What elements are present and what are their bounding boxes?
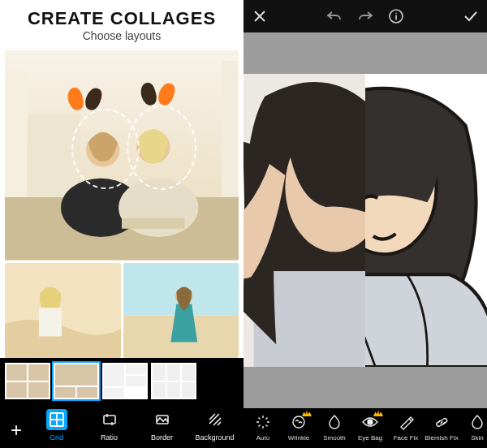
collage-cell-2[interactable] bbox=[5, 263, 121, 359]
info-button[interactable] bbox=[388, 8, 404, 24]
sticker-butterfly-1[interactable] bbox=[68, 88, 101, 116]
tool-wrinkle[interactable]: Wrinkle bbox=[281, 413, 317, 442]
grid-icon bbox=[46, 409, 67, 430]
background-icon bbox=[205, 409, 226, 430]
beautify-toolbar: Auto Wrinkle Smooth Eye Bag Face Fix bbox=[244, 408, 487, 448]
page-subtitle: Choose layouts bbox=[0, 29, 244, 42]
tool-label: Face Fix bbox=[394, 434, 419, 442]
collage-editor-pane: CREATE COLLAGES Choose layouts bbox=[0, 0, 244, 448]
tool-auto[interactable]: Auto bbox=[245, 413, 281, 442]
collage-photo-3 bbox=[123, 263, 239, 359]
tool-smooth[interactable]: Smooth bbox=[317, 413, 352, 442]
photo-cartoon-half bbox=[365, 74, 487, 367]
blemishfix-icon bbox=[433, 413, 450, 431]
tool-grid[interactable]: Grid bbox=[31, 409, 82, 442]
editor-canvas[interactable] bbox=[244, 32, 487, 408]
tool-blemishfix[interactable]: Blemish Fix bbox=[424, 413, 459, 442]
tool-label: Auto bbox=[256, 434, 269, 442]
tool-skin[interactable]: Skin bbox=[459, 413, 487, 442]
svg-point-26 bbox=[368, 420, 373, 424]
ratio-icon bbox=[99, 409, 120, 430]
layout-option-6grid[interactable] bbox=[151, 363, 196, 399]
skin-icon bbox=[468, 413, 486, 431]
apply-button[interactable] bbox=[463, 8, 479, 24]
add-button[interactable]: + bbox=[3, 419, 29, 442]
tool-label: Smooth bbox=[323, 434, 346, 442]
photo-original-half bbox=[244, 74, 365, 367]
layout-option-mixed[interactable] bbox=[102, 363, 148, 399]
tool-eyebag[interactable]: Eye Bag bbox=[352, 413, 388, 442]
page-title: CREATE COLLAGES bbox=[0, 8, 244, 29]
svg-rect-17 bbox=[104, 416, 115, 424]
tool-label: Ratio bbox=[101, 433, 118, 442]
collage-photo-2 bbox=[5, 263, 121, 359]
premium-crown-icon bbox=[373, 410, 383, 416]
collage-toolbar: + Grid Ratio Border Background bbox=[0, 404, 244, 448]
tool-label: Grid bbox=[50, 433, 63, 442]
collage-cell-main[interactable] bbox=[5, 50, 239, 261]
tool-ratio[interactable]: Ratio bbox=[84, 409, 135, 442]
tool-label: Border bbox=[151, 433, 173, 442]
smooth-icon bbox=[325, 413, 343, 431]
retouch-editor-pane: Auto Wrinkle Smooth Eye Bag Face Fix bbox=[244, 0, 487, 448]
layout-thumbnails bbox=[0, 358, 244, 404]
tool-label: Background bbox=[195, 433, 234, 442]
tool-facefix[interactable]: Face Fix bbox=[388, 413, 424, 442]
premium-crown-icon bbox=[302, 410, 312, 416]
redo-button[interactable] bbox=[357, 8, 373, 24]
svg-rect-9 bbox=[122, 218, 185, 229]
collage-header: CREATE COLLAGES Choose layouts bbox=[0, 0, 244, 47]
svg-rect-12 bbox=[39, 308, 62, 336]
sticker-butterfly-2[interactable] bbox=[141, 83, 174, 111]
svg-point-25 bbox=[293, 416, 304, 428]
tool-label: Wrinkle bbox=[288, 434, 310, 442]
collage-cell-3[interactable] bbox=[123, 263, 239, 359]
tool-background[interactable]: Background bbox=[189, 409, 240, 442]
auto-icon bbox=[254, 413, 272, 431]
tool-label: Skin bbox=[471, 434, 484, 442]
cutout-selection-2[interactable] bbox=[127, 106, 196, 190]
photo-split-compare bbox=[244, 74, 487, 367]
undo-button[interactable] bbox=[326, 8, 343, 24]
collage-canvas[interactable] bbox=[5, 50, 239, 358]
svg-rect-3 bbox=[222, 61, 239, 197]
layout-option-1-2[interactable] bbox=[54, 363, 99, 399]
editor-topbar bbox=[244, 0, 487, 32]
layout-option-4grid[interactable] bbox=[5, 363, 50, 399]
tool-label: Blemish Fix bbox=[425, 434, 458, 442]
close-button[interactable] bbox=[252, 8, 268, 24]
tool-border[interactable]: Border bbox=[136, 409, 187, 442]
svg-rect-2 bbox=[5, 71, 28, 197]
facefix-icon bbox=[397, 413, 415, 431]
tool-label: Eye Bag bbox=[358, 434, 382, 442]
border-icon bbox=[152, 409, 173, 430]
